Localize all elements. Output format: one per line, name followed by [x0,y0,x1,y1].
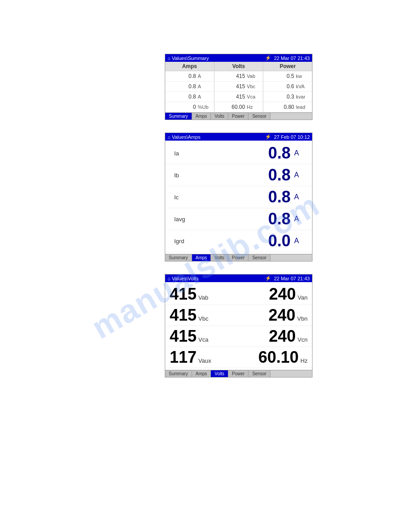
amps-label-iavg: Iavg [174,216,201,223]
summary-power-2: 0.6 kVA [263,82,312,91]
volts-left-1: 415 Vab [170,285,239,304]
amps-value-igrd: 0.0 [201,232,291,250]
tab-amps-1[interactable]: Amps [192,113,211,120]
summary-header-right: ⚡ 22 Mar 07 21:43 [265,55,310,61]
amps-panel: ⌂ Values\Amps ⚡ 27 Feb 07 10:12 Ia 0.8 A… [165,133,313,262]
volts-lbl-2: Vbc [198,315,208,322]
volts-right-4: 60.10 Hz [239,348,308,367]
amps-unit-igrd: A [294,237,303,245]
volts-big-4: 117 [170,348,197,367]
amps-value-iavg: 0.8 [201,210,291,228]
summary-content: Amps Volts Power 0.8 A 415 Vab 0.5 kw [165,62,312,112]
tab-power-2[interactable]: Power [228,254,248,261]
summary-amps-4: 0 %Ub [165,102,214,112]
tab-amps-2[interactable]: Amps [192,254,211,261]
tab-amps-3[interactable]: Amps [192,370,211,377]
volts-tab-bar: Summary Amps Volts Power Sensor [165,370,312,377]
volts-left-3: 415 Vca [170,327,239,346]
volts-lbl-r3: Vcn [298,336,308,343]
tab-summary-1[interactable]: Summary [165,113,192,120]
volts-label-1: Vab [247,73,260,79]
amps-header-right: ⚡ 27 Feb 07 10:12 [265,134,310,140]
alert-icon-2: ⚡ [265,134,271,140]
amps-val-2: 0.8 [188,83,196,90]
amps-row-igrd: Igrd 0.0 A [165,230,312,252]
summary-volts-1: 415 Vab [214,71,264,81]
amps-unit-4: %Ub [198,104,211,110]
volts-big-3: 415 [170,327,197,346]
amps-val-1: 0.8 [188,73,196,79]
panels-container: ⌂ Values\Summary ⚡ 22 Mar 07 21:43 Amps … [165,54,313,378]
amps-unit-1: A [198,73,211,79]
summary-title: Values\Summary [172,56,209,61]
summary-volts-3: 415 Vca [214,92,264,102]
tab-sensor-2[interactable]: Sensor [248,254,270,261]
volts-row-3: 415 Vca 240 Vcn [165,326,312,347]
amps-row-ia: Ia 0.8 A [165,142,312,164]
tab-sensor-1[interactable]: Sensor [248,113,270,120]
volts-row-1: 415 Vab 240 Van [165,284,312,305]
volts-panel-header: ⌂ Values\Volts ⚡ 22 Mar 07 21:43 [165,275,312,282]
volts-big-r3: 240 [269,327,296,346]
amps-unit-ia: A [294,149,303,157]
amps-label-ic: Ic [174,194,201,201]
volts-big-2: 415 [170,306,197,325]
home-icon-3: ⌂ [167,276,171,281]
volts-val-2: 415 [236,83,245,90]
amps-unit-iavg: A [294,215,303,223]
tab-volts-1[interactable]: Volts [211,113,228,120]
volts-lbl-r4: Hz [300,357,308,364]
tab-summary-3[interactable]: Summary [165,370,192,377]
summary-panel: ⌂ Values\Summary ⚡ 22 Mar 07 21:43 Amps … [165,54,313,120]
volts-content: 415 Vab 240 Van 415 Vbc 240 Vbn [165,282,312,370]
summary-row-4: 0 %Ub 60.00 Hz 0.80 lead [165,102,312,112]
summary-power-4: 0.80 lead [263,102,312,112]
amps-datetime: 27 Feb 07 10:12 [274,134,310,140]
tab-volts-3[interactable]: Volts [211,370,228,377]
amps-label-ia: Ia [174,150,201,157]
summary-volts-2: 415 Vbc [214,82,264,91]
volts-panel: ⌂ Values\Volts ⚡ 22 Mar 07 21:43 415 Vab… [165,274,313,378]
alert-icon: ⚡ [265,55,271,61]
volts-lbl-r2: Vbn [297,315,308,322]
summary-row-1: 0.8 A 415 Vab 0.5 kw [165,71,312,82]
volts-lbl-3: Vca [198,336,208,343]
summary-power-1: 0.5 kw [263,71,312,81]
volts-label-2: Vbc [247,84,260,89]
volts-row-4: 117 Vaux 60.10 Hz [165,347,312,368]
volts-lbl-4: Vaux [198,357,211,364]
power-unit-1: kw [296,73,309,79]
power-val-4: 0.80 [284,104,294,110]
power-unit-4: lead [296,104,309,110]
summary-row-2: 0.8 A 415 Vbc 0.6 kVA [165,82,312,92]
summary-amps-2: 0.8 A [165,82,214,91]
alert-icon-3: ⚡ [265,275,271,281]
amps-value-ia: 0.8 [201,144,291,163]
power-val-3: 0.3 [287,94,294,100]
volts-header-left: ⌂ Values\Volts [167,276,198,281]
summary-tab-bar: Summary Amps Volts Power Sensor [165,112,312,120]
power-val-2: 0.6 [287,83,294,90]
col-header-amps: Amps [165,62,214,71]
amps-value-ic: 0.8 [201,188,291,206]
volts-datetime: 22 Mar 07 21:43 [274,276,310,281]
volts-right-2: 240 Vbn [239,306,308,325]
amps-content: Ia 0.8 A Ib 0.8 A Ic 0.8 A Iavg 0.8 A [165,141,312,254]
volts-label-3: Vca [247,94,260,99]
home-icon: ⌂ [167,56,171,61]
amps-unit-ic: A [294,193,303,201]
amps-panel-header: ⌂ Values\Amps ⚡ 27 Feb 07 10:12 [165,133,312,141]
amps-title: Values\Amps [172,134,201,140]
summary-panel-header: ⌂ Values\Summary ⚡ 22 Mar 07 21:43 [165,54,312,62]
tab-summary-2[interactable]: Summary [165,254,192,261]
tab-sensor-3[interactable]: Sensor [248,370,270,377]
power-val-1: 0.5 [287,73,294,79]
amps-row-iavg: Iavg 0.8 A [165,208,312,230]
volts-val-4: 60.00 [231,104,245,110]
volts-right-3: 240 Vcn [239,327,308,346]
col-header-power: Power [263,62,312,71]
tab-power-1[interactable]: Power [228,113,248,120]
volts-label-4: Hz [247,104,260,110]
tab-power-3[interactable]: Power [228,370,248,377]
tab-volts-2[interactable]: Volts [211,254,228,261]
